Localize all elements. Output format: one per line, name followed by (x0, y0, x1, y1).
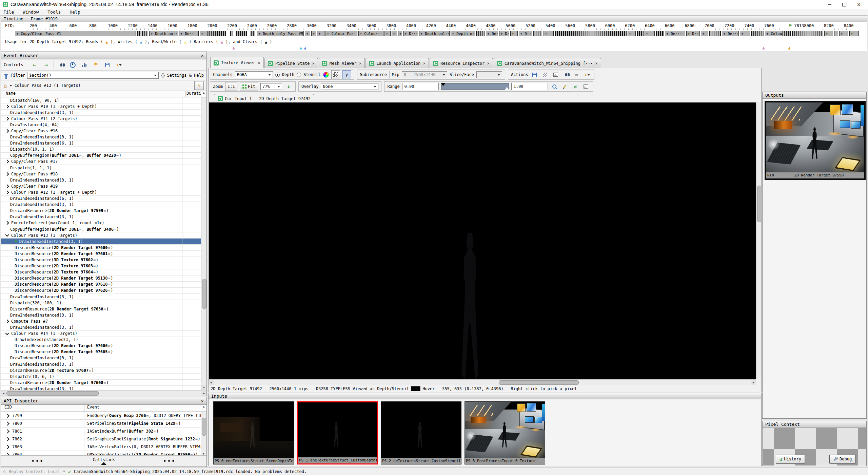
timeline-barcode[interactable] (709, 31, 721, 36)
event-row[interactable]: DrawIndexedInstanced(6, 1) (1, 196, 201, 202)
timeline-pass[interactable]: + Copy/Clear Pass #1 (15, 31, 136, 36)
resource-link-icon[interactable]: ∞ (190, 453, 193, 456)
event-row[interactable]: DrawInstanced(4, 64) (1, 122, 201, 128)
event-row[interactable]: Dispatch(10, 1, 1) (1, 147, 201, 153)
timeline-pass[interactable]: + Depth-only Pass #5 (257, 31, 304, 36)
event-list-vscrollbar[interactable]: ▼ (201, 97, 206, 390)
event-row[interactable]: ExecuteIndirect(maxCount 1, count <1>) (1, 220, 201, 226)
settings-help-label[interactable]: Settings & Help (167, 73, 204, 78)
breadcrumb[interactable]: Colour Pass #13 (1 Targets) (15, 83, 81, 88)
event-browser-header[interactable]: Event Browser × (1, 52, 206, 59)
scrollbar-thumb[interactable] (6, 391, 99, 396)
close-icon[interactable]: × (201, 398, 204, 404)
goto-resource-button[interactable] (552, 71, 560, 79)
api-call-row[interactable]: 7801IASetIndexBuffer(Buffer 302∞) (1, 428, 206, 435)
scroll-up-icon[interactable]: ▲ (201, 405, 206, 412)
timeline-pass[interactable] (834, 31, 838, 36)
timeline-barcode[interactable] (230, 31, 233, 36)
timeline-pass[interactable]: + Colou··· (358, 31, 383, 36)
menu-help[interactable]: Help (70, 10, 80, 15)
expand-icon[interactable] (5, 421, 9, 426)
input-thumbnail[interactable]: PS 2 neTexturesStruct_CustomStencilText (381, 401, 461, 464)
event-row[interactable]: DrawIndexedInstanced(3, 1) (1, 134, 201, 140)
timeline-pass[interactable]: + D··· (403, 31, 418, 36)
debug-button[interactable]: Debug (829, 455, 855, 463)
event-row[interactable]: DrawIndexedInstanced(3, 1) (1, 177, 201, 183)
timeline-pass[interactable]: + D··· (519, 31, 532, 36)
edit-bookmark-button[interactable]: ✎ (194, 81, 204, 90)
resource-link-icon[interactable]: ∞ (103, 307, 106, 311)
timeline-pass[interactable]: + (839, 31, 848, 36)
expand-icon[interactable] (5, 445, 9, 449)
timeline-pass[interactable]: + (701, 31, 708, 36)
menu-tools[interactable]: Tools (47, 10, 61, 15)
timeline-pass[interactable]: + (740, 31, 750, 36)
save-texture-button[interactable] (531, 71, 539, 79)
api-vscrollbar[interactable]: ▼ (201, 412, 206, 455)
timeline-barcode[interactable] (251, 31, 255, 36)
fit-button[interactable]: Fit (240, 82, 258, 91)
timeline-eid-ruler[interactable]: EID: 20040060080010001200140016001800200… (1, 22, 867, 30)
event-row[interactable]: DiscardResource(3D Texture 97602∞) (1, 257, 201, 263)
resource-link-icon[interactable]: ∞ (195, 437, 198, 441)
expand-icon[interactable] (5, 172, 9, 176)
close-button[interactable]: × (857, 1, 861, 8)
timeline-pass[interactable]: + Colour Pa··· (326, 31, 357, 36)
home-icon[interactable]: ⌂ (4, 82, 7, 89)
timeline-pass[interactable]: + (311, 31, 316, 36)
timeline-pass[interactable]: + (645, 31, 655, 36)
open-resource-link-button[interactable]: ∞ (573, 71, 581, 79)
usage-marker-icon[interactable]: ▲ (788, 45, 790, 50)
menu-window[interactable]: Window (23, 10, 39, 15)
event-row[interactable]: DiscardResource(2D Render Target 97601∞) (1, 251, 201, 257)
timeline-pass[interactable]: + De··· (486, 31, 498, 36)
column-event[interactable]: Event (84, 405, 201, 412)
api-inspector-header[interactable]: API Inspector × (1, 397, 206, 405)
timeline-header[interactable]: Timeline - Frame #1919 (1, 16, 867, 22)
time-actions-button[interactable] (69, 61, 77, 69)
chevron-down-icon[interactable] (63, 471, 65, 472)
channels-select[interactable]: RGBA (235, 71, 273, 78)
scroll-left-icon[interactable]: ◀ (1, 391, 6, 396)
expand-icon[interactable] (5, 190, 9, 194)
history-button[interactable]: ↺ History (776, 455, 805, 463)
tab-caravansandwitch-win64-shipping[interactable]: CaravanSandWitch_Win64_Shipping [···× (494, 58, 601, 68)
range-max-handle[interactable] (505, 87, 509, 90)
find-texture-button[interactable] (562, 71, 570, 79)
timeline-pass[interactable]: + (544, 31, 554, 36)
range-slider[interactable] (441, 83, 509, 90)
expand-icon[interactable] (5, 129, 9, 133)
statistics-button[interactable] (80, 61, 88, 69)
close-icon[interactable]: × (312, 61, 315, 66)
timeline-pass[interactable]: + (392, 31, 397, 36)
viewport-hscrollbar[interactable]: ◀ ▶ (209, 379, 756, 385)
resource-link-icon[interactable]: ∞ (93, 270, 96, 274)
expand-icon[interactable] (5, 184, 9, 188)
resource-link-icon[interactable]: ∞ (103, 209, 106, 213)
checkerboard-background-button[interactable] (331, 70, 340, 79)
histogram-button[interactable] (582, 82, 590, 91)
event-row[interactable]: Colour Pass #10 (1 Targets + Depth) (1, 103, 201, 110)
filter-input[interactable]: $action() (27, 72, 158, 79)
timeline-pass[interactable]: + (849, 31, 859, 36)
expand-icon[interactable] (5, 104, 9, 108)
event-row[interactable]: DiscardResource(2D Texture 97604∞) (1, 269, 201, 276)
resource-link-icon[interactable]: ∞ (116, 153, 119, 158)
prev-event-button[interactable]: ← (31, 61, 39, 69)
collapse-icon[interactable] (5, 331, 9, 335)
scroll-right-icon[interactable]: ▶ (751, 380, 756, 385)
menu-file[interactable]: File (3, 10, 14, 15)
event-row[interactable]: Copy/Clear Pass #16 (1, 128, 201, 134)
tab-mesh-viewer[interactable]: Mesh Viewer× (319, 58, 365, 68)
event-row[interactable]: DiscardResource(2D Render Target 97606∞) (1, 343, 201, 349)
event-row[interactable]: DiscardResource(2D Render Target 97610∞) (1, 282, 201, 288)
event-row[interactable]: Colour Pass #11 (2 Targets) (1, 116, 201, 122)
input-thumbnail[interactable]: PS 3 PostProcessInput_0_Texture (465, 401, 545, 464)
export-button[interactable] (103, 61, 112, 69)
scroll-down-icon[interactable]: ▼ (201, 452, 206, 455)
timeline-pass[interactable]: + (510, 31, 518, 36)
timeline-barcode[interactable] (555, 31, 627, 36)
gamma-toggle-button[interactable]: γ (342, 70, 351, 79)
timeline-pass[interactable]: + Depth-o··· (451, 31, 475, 36)
resource-link-icon[interactable]: ∞ (108, 246, 111, 250)
